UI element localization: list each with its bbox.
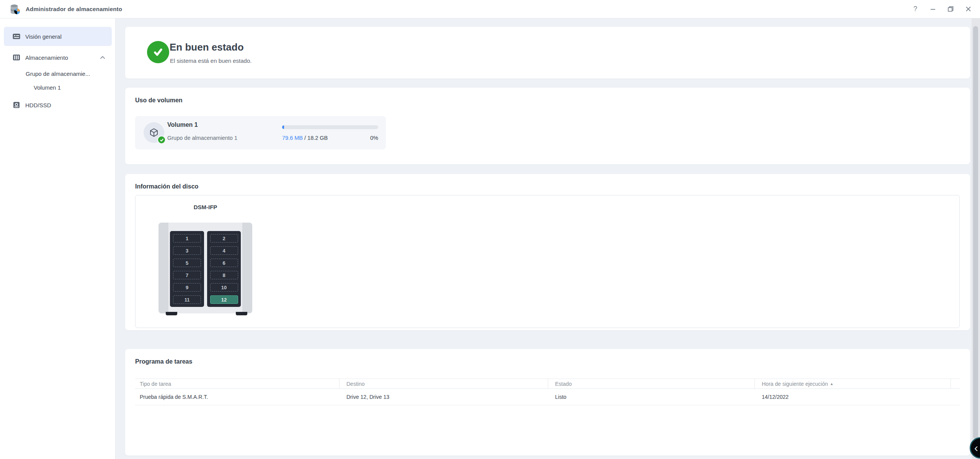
window-title: Administrador de almacenamiento [26,6,122,12]
close-button[interactable] [964,5,972,13]
task-schedule-section-title: Programa de tareas [135,358,192,365]
drive-bay-7[interactable]: 7 [173,271,201,279]
drive-bay-1[interactable]: 1 [173,234,201,243]
sidebar-item-volume-1[interactable]: Volumen 1 [34,80,61,94]
device-name: DSM-IFP [158,204,252,210]
sidebar-item-label: Grupo de almacenamie... [26,70,90,77]
disk-info-section-title: Información del disco [135,183,198,190]
destination-cell: Drive 12, Drive 13 [340,394,548,400]
drive-bay-9[interactable]: 9 [173,283,201,292]
health-status-card: En buen estado El sistema está en buen e… [125,27,970,79]
disk-panel: DSM-IFP 1 3 5 7 9 11 2 4 6 8 [135,195,960,328]
disk-info-card: Información del disco DSM-IFP 1 3 5 7 9 … [125,174,970,330]
sort-ascending-icon: ▴ [831,382,833,386]
sidebar: Visión general Almacenamiento Grupo de a… [0,18,116,459]
storage-manager-app-icon [9,3,21,15]
titlebar: Administrador de almacenamiento ? [0,0,980,18]
close-icon [965,6,971,12]
column-header-status[interactable]: Estado [548,379,755,389]
chevron-left-icon: ‹ [974,442,978,454]
drive-bay-column-right: 2 4 6 8 10 12 [207,231,241,307]
chevron-up-icon[interactable] [100,54,106,61]
drive-bay-8[interactable]: 8 [210,271,238,279]
sidebar-item-hdd-ssd[interactable]: HDD/SSD [4,97,112,113]
health-title: En buen estado [170,41,244,53]
task-table-header: Tipo de tarea Destino Estado Hora de sig… [135,379,960,389]
volume-usage-section-title: Uso de volumen [135,97,183,104]
task-table: Tipo de tarea Destino Estado Hora de sig… [135,379,960,405]
device-foot-left [166,312,177,315]
vertical-scrollbar-track[interactable] [972,18,980,459]
drive-bay-5[interactable]: 5 [173,259,201,267]
sidebar-item-storage[interactable]: Almacenamiento [4,49,112,66]
volume-percent: 0% [370,135,378,141]
hdd-icon [12,101,21,109]
volume-group-name: Grupo de almacenamiento 1 [167,135,237,141]
device-foot-right [236,312,247,315]
overview-icon [12,32,21,41]
sidebar-item-label: Almacenamiento [25,54,68,61]
storage-icon [12,53,21,62]
restore-button[interactable] [946,5,955,13]
health-ok-icon [147,41,169,63]
sidebar-item-overview[interactable]: Visión general [4,27,112,46]
help-icon: ? [913,5,917,13]
minimize-icon [930,6,936,12]
volume-progress-fill [282,125,284,129]
volume-total: 18.2 GB [307,135,328,141]
minimize-button[interactable] [929,5,937,13]
health-subtitle: El sistema está en buen estado. [170,57,252,64]
window-controls: ? [911,5,972,13]
help-button[interactable]: ? [911,5,920,13]
column-header-next-run[interactable]: Hora de siguiente ejecución ▴ [755,379,951,389]
task-schedule-card: Programa de tareas Tipo de tarea Destino… [125,349,970,456]
task-row-smart-test[interactable]: Prueba rápida de S.M.A.R.T. Drive 12, Dr… [135,389,960,405]
restore-icon [947,6,954,12]
nas-device-illustration: 1 3 5 7 9 11 2 4 6 8 10 12 [158,223,252,313]
drive-bay-3[interactable]: 3 [173,246,201,255]
usage-separator: / [304,135,307,141]
next-run-cell: 14/12/2022 [755,394,951,400]
vertical-scrollbar-thumb[interactable] [973,26,978,439]
sidebar-item-label: HDD/SSD [25,102,51,108]
sidebar-item-storage-pool[interactable]: Grupo de almacenamie... [26,67,90,80]
column-header-stub [951,379,960,389]
status-cell: Listo [548,394,755,400]
volume-used: 79.6 MB [282,135,303,141]
column-header-destination[interactable]: Destino [340,379,548,389]
drive-bay-4[interactable]: 4 [210,246,238,255]
volume-1-usage-item[interactable]: Volumen 1 Grupo de almacenamiento 1 79.6… [135,116,386,149]
volume-name: Volumen 1 [167,121,198,128]
drive-bay-10[interactable]: 10 [210,283,238,292]
task-type-cell: Prueba rápida de S.M.A.R.T. [135,394,340,400]
sidebar-item-label: Visión general [25,33,62,40]
sidebar-item-label: Volumen 1 [34,84,61,91]
volume-healthy-badge-icon [157,136,166,144]
drive-bay-12-active[interactable]: 12 [210,295,238,304]
drive-bay-11[interactable]: 11 [173,295,201,304]
volume-usage-text: 79.6 MB / 18.2 GB 0% [282,135,378,141]
column-header-task-type[interactable]: Tipo de tarea [135,379,340,389]
volume-usage-progress-track [282,125,378,129]
drive-bay-column-left: 1 3 5 7 9 11 [170,231,204,307]
drive-bay-2[interactable]: 2 [210,234,238,243]
volume-usage-card: Uso de volumen Volumen 1 Grupo [125,88,970,164]
drive-bay-6[interactable]: 6 [210,259,238,267]
storage-manager-window: Administrador de almacenamiento ? [0,0,980,459]
main-content: En buen estado El sistema está en buen e… [116,18,980,459]
